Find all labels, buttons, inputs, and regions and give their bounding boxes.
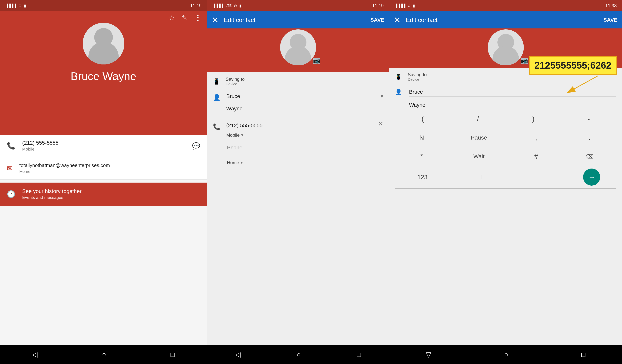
history-subtitle: Events and messages (22, 195, 81, 200)
person-icon: 👤 (213, 94, 221, 101)
back-button[interactable]: ◁ (32, 350, 38, 359)
email-icon: ✉ (7, 164, 13, 172)
avatar (83, 23, 124, 64)
phone-icon: 📞 (7, 142, 15, 150)
home-type-label: Home (227, 160, 239, 165)
s3-device-icon: 📱 (395, 74, 402, 80)
key-dash[interactable]: - (577, 112, 600, 126)
key-dot[interactable]: . (578, 131, 601, 144)
keypad: ( / ) - N Pause , . * Wait # ⌫ 123 (389, 110, 622, 345)
contact-name: Bruce Wayne (71, 70, 136, 82)
history-section[interactable]: 🕐 See your history together Events and m… (0, 183, 207, 206)
expand-name-icon[interactable]: ▾ (381, 93, 383, 99)
s2-status-left: ▐▐▐▐ LTE ⊙ ▮ (213, 3, 241, 8)
recents-button[interactable]: □ (171, 350, 175, 359)
s1-status-left: ▐▐▐▐ ⊙ ▮ (5, 3, 26, 8)
s2-edit-title: Edit contact (224, 17, 370, 23)
email-type-dropdown[interactable]: ▾ (241, 160, 243, 165)
key-empty (528, 171, 551, 184)
back-button-3[interactable]: ▽ (426, 350, 431, 359)
phone-type-label: Mobile (226, 133, 240, 138)
key-n[interactable]: N (410, 131, 433, 144)
add-phone-input[interactable] (227, 145, 383, 151)
email-type: Home (19, 169, 200, 174)
battery-icon: ▮ (24, 3, 26, 8)
edit-icon[interactable]: ✎ (182, 14, 187, 21)
key-plus[interactable]: + (466, 171, 496, 184)
more-options-icon[interactable]: ⋮ (194, 13, 202, 22)
highlight-box: 2125555555;6262 (529, 56, 617, 75)
key-star[interactable]: * (410, 150, 433, 163)
wifi-icon: ⊙ (19, 3, 22, 8)
s3-last-name[interactable] (409, 100, 616, 110)
s3-avatar (488, 29, 524, 65)
first-name-input[interactable] (226, 93, 381, 99)
phone-input[interactable] (226, 122, 375, 129)
email-address: totallynotbatman@wayneenterprises.com (19, 162, 200, 168)
history-title: See your history together (22, 188, 81, 194)
s3-wifi-icon: ⊙ (408, 4, 410, 8)
home-button[interactable]: ○ (102, 350, 106, 359)
s3-saving-value: Device (408, 77, 427, 82)
key-pause[interactable]: Pause (464, 131, 494, 144)
s2-avatar (280, 29, 316, 65)
saving-to-row: 📱 Saving to Device (207, 72, 389, 91)
s3-battery-icon: ▮ (413, 3, 415, 8)
s1-time: 11:19 (190, 3, 202, 8)
nav-bar-2: ◁ ○ □ (207, 345, 389, 364)
message-icon[interactable]: 💬 (192, 142, 200, 150)
email-info: totallynotbatman@wayneenterprises.com Ho… (19, 162, 200, 174)
s3-edit-title: Edit contact (406, 17, 603, 23)
phone-row[interactable]: 📞 (212) 555-5555 Mobile 💬 (0, 134, 207, 157)
s2-wifi-icon: ⊙ (234, 3, 237, 8)
nav-bar-1: ◁ ○ □ (0, 345, 207, 364)
key-hash[interactable]: # (525, 150, 547, 163)
s2-close-button[interactable]: ✕ (212, 15, 218, 25)
s3-save-button[interactable]: SAVE (603, 17, 618, 23)
home-button-2[interactable]: ○ (297, 350, 301, 359)
signal-icon: ▐▐▐▐ (5, 4, 16, 8)
last-name-input[interactable] (226, 106, 383, 112)
s3-time: 11:38 (605, 3, 617, 8)
history-info: See your history together Events and mes… (22, 188, 81, 200)
phone-type: Mobile (22, 147, 192, 152)
s3-close-button[interactable]: ✕ (394, 15, 401, 25)
s2-lte-icon: LTE (226, 4, 232, 8)
screen1-contact-detail: ▐▐▐▐ ⊙ ▮ 11:19 ☆ ✎ ⋮ (0, 0, 207, 364)
back-button-2[interactable]: ◁ (235, 350, 241, 359)
key-slash[interactable]: / (467, 112, 489, 126)
phone-info: (212) 555-5555 Mobile (22, 140, 192, 152)
s2-camera-icon[interactable]: 📷 (313, 56, 321, 64)
phone-type-dropdown-icon[interactable]: ▾ (241, 133, 243, 138)
phone-number: (212) 555-5555 (22, 140, 192, 146)
s3-status-left: ▐▐▐▐ ⊙ ▮ (395, 3, 415, 8)
screen2-edit-contact: ▐▐▐▐ LTE ⊙ ▮ 11:19 ✕ Edit contact SAVE (207, 0, 389, 364)
s3-person-icon: 👤 (395, 89, 403, 95)
key-wait[interactable]: Wait (464, 150, 494, 163)
s2-save-button[interactable]: SAVE (370, 17, 384, 23)
s2-signal-icon: ▐▐▐▐ (213, 4, 223, 8)
key-close-paren[interactable]: ) (522, 112, 545, 126)
saving-to-value: Device (226, 82, 245, 86)
screen3-edit-keypad: ▐▐▐▐ ⊙ ▮ 11:38 ✕ Edit contact SAVE (389, 0, 622, 364)
recents-button-3[interactable]: □ (582, 350, 585, 359)
email-row[interactable]: ✉ totallynotbatman@wayneenterprises.com … (0, 157, 207, 180)
phone-icon-form: 📞 (213, 123, 221, 131)
saving-to-label: Saving to (226, 77, 245, 82)
s3-saving-label: Saving to (408, 72, 427, 77)
s3-signal-icon: ▐▐▐▐ (395, 4, 406, 8)
home-button-3[interactable]: ○ (504, 350, 508, 359)
key-backspace[interactable]: ⌫ (578, 150, 601, 163)
device-icon: 📱 (213, 78, 220, 85)
key-comma[interactable]: , (525, 131, 547, 144)
nav-bar-3: ▽ ○ □ (389, 345, 622, 364)
s3-first-name[interactable] (409, 87, 616, 97)
star-icon[interactable]: ☆ (169, 14, 175, 22)
key-submit[interactable]: → (583, 169, 600, 186)
key-open-paren[interactable]: ( (411, 112, 434, 126)
s3-camera-icon[interactable]: 📷 (520, 56, 528, 64)
recents-button-2[interactable]: □ (357, 350, 361, 359)
s2-battery-icon: ▮ (239, 3, 241, 8)
key-123[interactable]: 123 (411, 171, 434, 184)
clear-phone-icon[interactable]: ✕ (378, 120, 383, 127)
